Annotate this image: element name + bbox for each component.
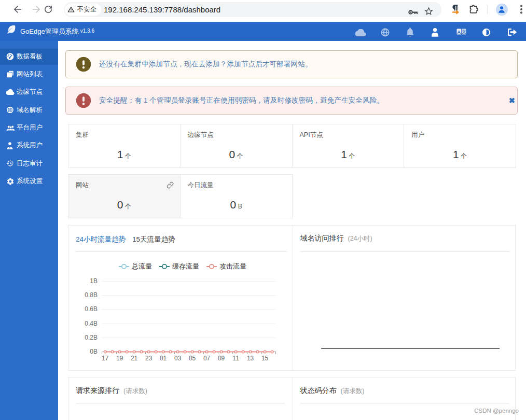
svg-text:A: A <box>457 29 461 34</box>
svg-text:文: 文 <box>461 29 466 34</box>
